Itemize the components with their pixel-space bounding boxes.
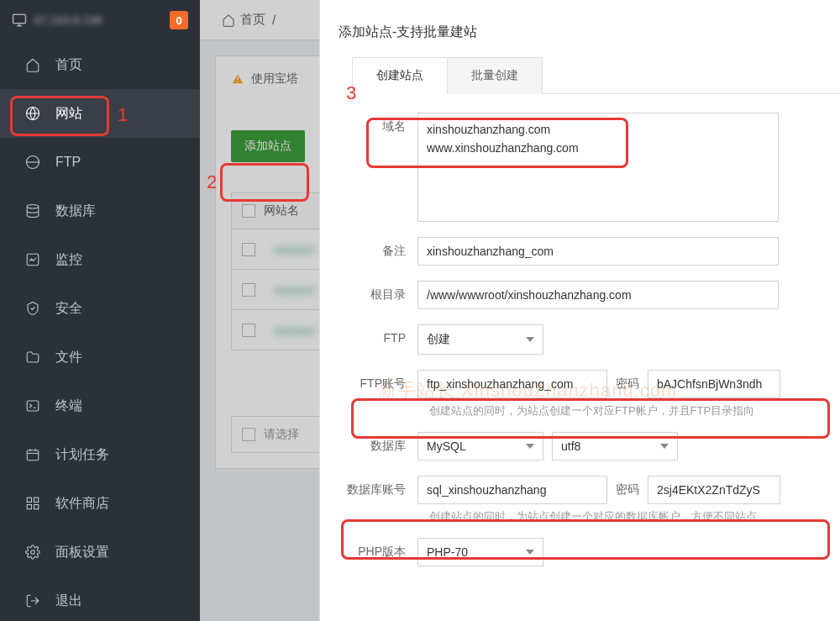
sidebar-item-label: FTP: [55, 155, 81, 170]
logout-icon: [24, 593, 42, 608]
home-icon: [24, 57, 42, 72]
calendar-icon: [24, 447, 42, 462]
domain-input[interactable]: [417, 113, 779, 222]
svg-rect-9: [27, 505, 31, 509]
label-database: 数据库: [339, 432, 417, 454]
svg-point-11: [31, 550, 35, 555]
sidebar-item-label: 终端: [55, 397, 82, 415]
remark-input[interactable]: [417, 237, 779, 266]
svg-rect-8: [34, 497, 39, 502]
label-domain: 域名: [339, 113, 417, 134]
server-ip: 47.243.8.196: [34, 13, 102, 27]
sidebar-item-label: 软件商店: [55, 495, 109, 513]
sidebar-item-files[interactable]: 文件: [0, 333, 200, 382]
rootdir-input[interactable]: [417, 281, 779, 309]
globe-icon: [24, 106, 42, 121]
sidebar-item-label: 文件: [55, 349, 82, 366]
ftp-select[interactable]: 创建: [417, 324, 543, 355]
sidebar-item-ftp[interactable]: FTP: [0, 138, 200, 187]
svg-rect-10: [34, 505, 39, 509]
ftp-help-text: 创建站点的同时，为站点创建一个对应FTP帐户，并且FTP目录指向: [429, 403, 822, 418]
svg-rect-7: [27, 497, 31, 502]
sidebar-item-label: 安全: [55, 300, 82, 318]
shield-icon: [24, 301, 42, 316]
sidebar-item-appstore[interactable]: 软件商店: [0, 479, 200, 528]
chart-icon: [24, 252, 42, 267]
chevron-down-icon: [526, 550, 534, 555]
svg-rect-5: [27, 401, 39, 411]
tab-bulk[interactable]: 批量创建: [447, 57, 543, 94]
sidebar-item-label: 计划任务: [55, 446, 109, 464]
sidebar-item-website[interactable]: 网站: [0, 89, 200, 138]
sidebar-item-label: 数据库: [55, 203, 96, 220]
monitor-icon: [12, 13, 27, 28]
apps-icon: [24, 496, 42, 511]
gear-icon: [24, 545, 42, 560]
sidebar-item-database[interactable]: 数据库: [0, 187, 200, 235]
sidebar-item-label: 网站: [55, 105, 82, 123]
db-charset-select[interactable]: utf8: [552, 432, 678, 460]
label-ftp: FTP: [339, 324, 417, 345]
terminal-icon: [24, 398, 42, 413]
label-php: PHP版本: [339, 538, 417, 560]
chevron-down-icon: [660, 444, 669, 449]
db-user-input[interactable]: [417, 476, 607, 504]
php-version-select[interactable]: PHP-70: [417, 538, 543, 566]
svg-rect-6: [27, 450, 39, 460]
folder-icon: [24, 350, 42, 365]
label-db-password: 密码: [616, 482, 639, 497]
sidebar-item-logout[interactable]: 退出: [0, 576, 200, 621]
sidebar-item-label: 首页: [55, 56, 82, 74]
label-remark: 备注: [339, 237, 417, 259]
sidebar-item-settings[interactable]: 面板设置: [0, 528, 200, 576]
chevron-down-icon: [526, 444, 534, 449]
sidebar-item-security[interactable]: 安全: [0, 284, 200, 333]
modal-tabs: 创建站点 批量创建: [352, 56, 840, 94]
db-pass-input[interactable]: [648, 476, 780, 504]
modal-title: 添加站点-支持批量建站: [320, 0, 840, 56]
tab-create[interactable]: 创建站点: [352, 57, 448, 94]
svg-point-3: [27, 205, 39, 209]
watermark-text: 新手站长 XinshouZhanzhang.com: [378, 378, 677, 403]
sidebar-item-label: 退出: [55, 592, 82, 610]
add-site-modal: 添加站点-支持批量建站 创建站点 批量创建 域名 备注 根目录 FTP: [319, 0, 840, 621]
notification-badge[interactable]: 0: [170, 11, 188, 29]
sidebar-item-monitor[interactable]: 监控: [0, 235, 200, 284]
annotation-number-3: 3: [346, 82, 356, 104]
annotation-number-1: 1: [118, 104, 128, 126]
sidebar-header: 47.243.8.196 0: [0, 0, 200, 40]
annotation-number-2: 2: [207, 171, 217, 193]
db-help-text: 创建站点的同时，为站点创建一个对应的数据库帐户，方便不同站点: [429, 509, 822, 524]
svg-rect-0: [13, 14, 26, 24]
sidebar-item-label: 面板设置: [55, 544, 109, 561]
chevron-down-icon: [526, 337, 534, 342]
database-icon: [24, 203, 42, 218]
sidebar-item-cron[interactable]: 计划任务: [0, 430, 200, 479]
add-site-form: 域名 备注 根目录 FTP 创建 FTP账号: [320, 94, 840, 566]
sidebar-item-home[interactable]: 首页: [0, 40, 200, 89]
sidebar-item-terminal[interactable]: 终端: [0, 382, 200, 430]
label-rootdir: 根目录: [339, 281, 417, 303]
ftp-icon: [24, 155, 42, 170]
sidebar: 47.243.8.196 0 首页 网站 FTP 数据库 监控 安全 文件 终端…: [0, 0, 200, 621]
label-db-account: 数据库账号: [339, 476, 417, 497]
db-engine-select[interactable]: MySQL: [417, 432, 543, 460]
sidebar-item-label: 监控: [55, 251, 82, 269]
